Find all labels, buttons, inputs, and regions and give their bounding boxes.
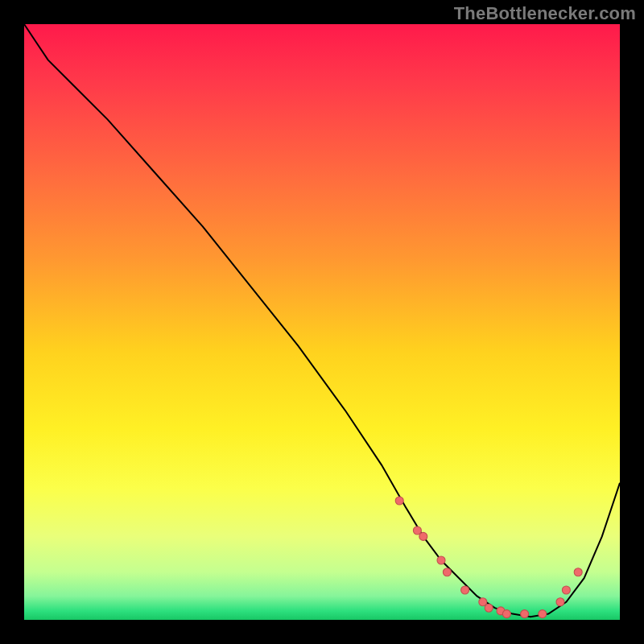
highlight-dot — [539, 610, 547, 618]
highlight-dot — [443, 568, 451, 576]
chart-svg — [24, 24, 620, 620]
highlight-dot — [502, 610, 510, 618]
watermark-text: TheBottlenecker.com — [454, 3, 636, 24]
gradient-background — [24, 24, 620, 620]
highlight-dot — [395, 497, 403, 505]
highlight-dot — [556, 598, 564, 606]
highlight-dot — [574, 568, 582, 576]
plot-area — [24, 24, 620, 620]
highlight-dot — [485, 604, 493, 612]
highlight-dot — [562, 586, 570, 594]
highlight-dot — [437, 556, 445, 564]
highlight-dot — [419, 532, 427, 540]
highlight-dot — [461, 586, 469, 594]
chart-frame: TheBottlenecker.com — [0, 0, 644, 644]
highlight-dot — [521, 610, 529, 618]
